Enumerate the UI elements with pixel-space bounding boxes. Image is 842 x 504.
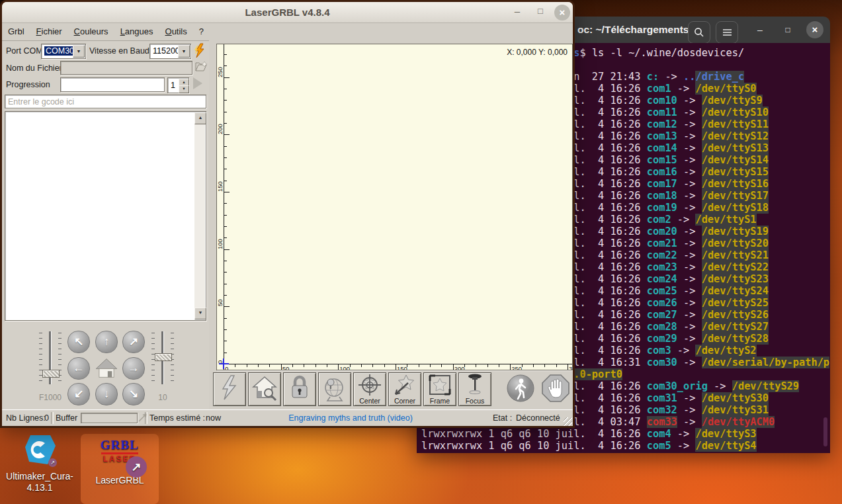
browse-file-button[interactable] — [194, 60, 208, 76]
terminal-close-button[interactable]: × — [806, 21, 823, 38]
y-axis — [224, 44, 224, 364]
scroll-down-icon[interactable]: ▼ — [194, 308, 206, 319]
start-button[interactable] — [193, 77, 202, 89]
baud-combo[interactable]: 115200 ▼ — [149, 44, 191, 59]
resize-grip[interactable] — [564, 417, 572, 426]
jog-down-left-button[interactable]: ↙ — [67, 383, 90, 405]
globe-icon — [321, 374, 349, 402]
search-icon — [694, 27, 704, 38]
x-ruler-label: 0 — [225, 365, 228, 370]
menu-[interactable]: ? — [193, 23, 210, 40]
baud-label: Vitesse en Baud — [89, 46, 149, 56]
menu-grbl[interactable]: Grbl — [2, 23, 30, 40]
chevron-down-icon[interactable]: ▼ — [178, 45, 190, 58]
terminal-menu-button[interactable] — [716, 21, 738, 44]
engraving-preview[interactable]: X: 0,000 Y: 0,000 0501001502002503000501… — [216, 44, 573, 370]
home-icon — [94, 356, 119, 380]
y-ruler-label: 150 — [216, 172, 224, 192]
y-ruler-label: 250 — [216, 58, 224, 77]
gcode-input[interactable] — [5, 95, 206, 108]
close-button[interactable]: × — [554, 5, 570, 21]
terminal-scrollbar-thumb[interactable] — [823, 417, 827, 446]
gcode-log[interactable]: ▲ ▼ — [5, 111, 206, 321]
toolbar-connect-button[interactable] — [213, 372, 246, 406]
jog-up-right-button[interactable]: ↗ — [122, 331, 145, 353]
symlink-badge-icon: ↗ — [126, 456, 147, 478]
maximize-button[interactable]: □ — [534, 5, 546, 17]
stop-hand-icon — [541, 374, 570, 403]
jog-down-right-button[interactable]: ↘ — [122, 383, 145, 405]
state-label: Etat : — [493, 410, 512, 426]
slider-thumb[interactable] — [155, 353, 172, 361]
toolbar-center-button[interactable]: Center — [353, 372, 386, 406]
jog-left-button[interactable]: ← — [67, 357, 90, 380]
baud-value: 115200 — [153, 46, 179, 56]
window-title: LaserGRBL v4.8.4 — [2, 2, 573, 22]
toolbar-stop-button[interactable] — [540, 372, 571, 405]
lines-value: 0 — [44, 410, 49, 426]
frame-star-icon — [427, 373, 453, 397]
connect-button[interactable] — [192, 43, 208, 62]
symlink-badge-icon: ↗ — [48, 458, 57, 467]
jog-up-button[interactable]: ↑ — [95, 331, 118, 353]
toolbar-button-label: Corner — [389, 397, 421, 405]
chevron-down-icon[interactable]: ▼ — [73, 45, 85, 58]
toolbar-globe-button[interactable] — [318, 372, 351, 406]
y-ruler-label: 200 — [216, 114, 224, 134]
slider-thumb[interactable] — [42, 370, 60, 378]
toolbar-button-label: Focus — [459, 397, 491, 405]
toolbar-run-button[interactable] — [505, 372, 536, 405]
step-size-slider[interactable] — [151, 331, 174, 384]
toolbar-focus-button[interactable]: Focus — [458, 372, 491, 406]
cura-icon: ↗ — [21, 431, 58, 468]
file-label: Nom du Fichier — [6, 63, 62, 73]
x-ruler-label: 250 — [511, 365, 522, 370]
menu-outils[interactable]: Outils — [159, 23, 193, 40]
passes-spinner[interactable]: 1 ▲ ▼ — [167, 77, 189, 93]
menu-langues[interactable]: Langues — [114, 23, 159, 40]
desktop-icon-ultimaker-cura[interactable]: ↗ Ultimaker_Cura-4.13.1 — [3, 431, 77, 493]
terminal-maximize-button[interactable]: □ — [780, 23, 795, 38]
jog-right-button[interactable]: → — [122, 357, 145, 380]
spinner-down-icon[interactable]: ▼ — [179, 85, 189, 93]
x-ruler-label: 150 — [397, 365, 407, 370]
terminal-search-button[interactable] — [688, 21, 710, 44]
toolbar-button-label: Center — [354, 397, 386, 405]
toolbar-lock-button[interactable] — [283, 372, 316, 406]
lasergrbl-titlebar[interactable]: LaserGRBL v4.8.4 – □ × — [2, 2, 573, 23]
connect-lightning-icon — [192, 43, 208, 59]
feed-rate-label: F1000 — [36, 393, 64, 402]
desktop-icon-label: Ultimaker_Cura-4.13.1 — [3, 471, 77, 493]
feed-rate-slider[interactable] — [39, 331, 62, 384]
origin-crosshair-icon — [223, 358, 224, 369]
jog-home-button[interactable] — [94, 356, 119, 380]
scroll-up-icon[interactable]: ▲ — [194, 112, 206, 124]
x-axis — [224, 364, 572, 364]
engraving-link[interactable]: Engraving myths and truth (video) — [288, 410, 413, 426]
walking-person-icon — [506, 374, 535, 403]
y-ruler-label: 100 — [216, 230, 224, 249]
center-target-icon — [357, 373, 383, 397]
jog-down-button[interactable]: ↓ — [95, 383, 118, 405]
file-name-field[interactable] — [60, 61, 192, 75]
hamburger-menu-icon — [722, 28, 732, 36]
lasergrbl-icon: GRBL LASER ↗ — [97, 438, 143, 472]
toolbar-frame-button[interactable]: Frame — [423, 372, 456, 406]
port-value: COM30 — [44, 46, 73, 56]
desktop-icon-lasergrbl[interactable]: GRBL LASER ↗ LaserGRBL — [81, 434, 159, 504]
x-ruler-label: 50 — [282, 365, 290, 370]
port-combo[interactable]: COM30 ▼ — [41, 44, 86, 59]
menu-fichier[interactable]: Fichier — [30, 23, 68, 40]
time-value: now — [206, 410, 221, 426]
y-ruler-label: 50 — [216, 286, 224, 306]
x-ruler-label: 300 — [569, 365, 573, 370]
x-ruler-label: 100 — [339, 365, 350, 370]
toolbar-home-button[interactable] — [248, 372, 281, 406]
log-scrollbar[interactable]: ▲ ▼ — [194, 112, 205, 319]
port-label: Port COM — [6, 46, 43, 56]
terminal-minimize-button[interactable]: – — [753, 23, 767, 38]
menu-couleurs[interactable]: Couleurs — [68, 23, 114, 40]
toolbar-corner-button[interactable]: Corner — [388, 372, 421, 406]
minimize-button[interactable]: – — [511, 6, 523, 18]
jog-up-left-button[interactable]: ↖ — [67, 331, 90, 353]
